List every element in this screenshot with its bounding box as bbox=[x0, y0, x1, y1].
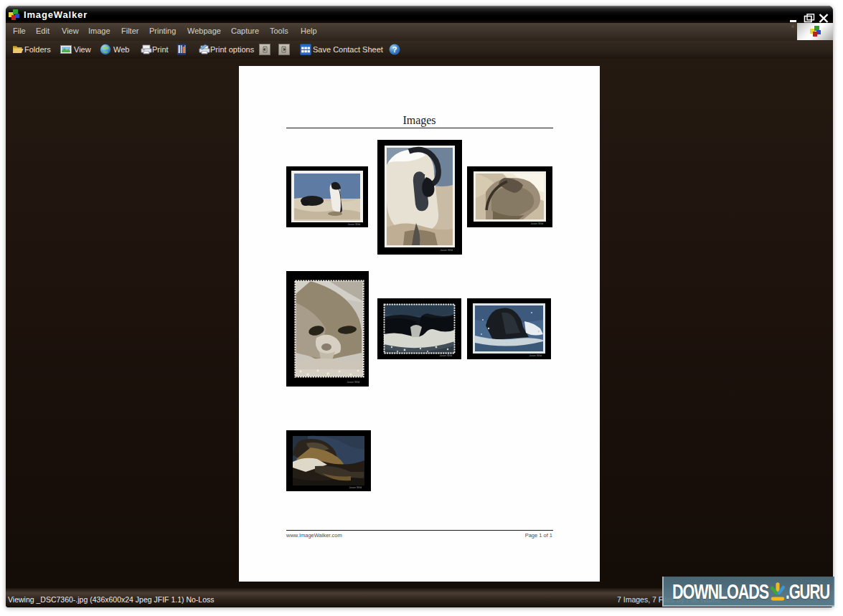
svg-text:Jason Wild: Jason Wild bbox=[530, 222, 543, 225]
svg-text:Jason Wild: Jason Wild bbox=[347, 381, 359, 384]
svg-text:Jason Wild: Jason Wild bbox=[349, 486, 362, 489]
svg-text:Jason Wild: Jason Wild bbox=[347, 223, 360, 226]
svg-text:Jason Wild: Jason Wild bbox=[529, 354, 542, 357]
svg-text:?: ? bbox=[392, 45, 397, 54]
svg-text:Jason Wild: Jason Wild bbox=[440, 249, 453, 252]
svg-text:Jason Wild: Jason Wild bbox=[439, 354, 452, 357]
